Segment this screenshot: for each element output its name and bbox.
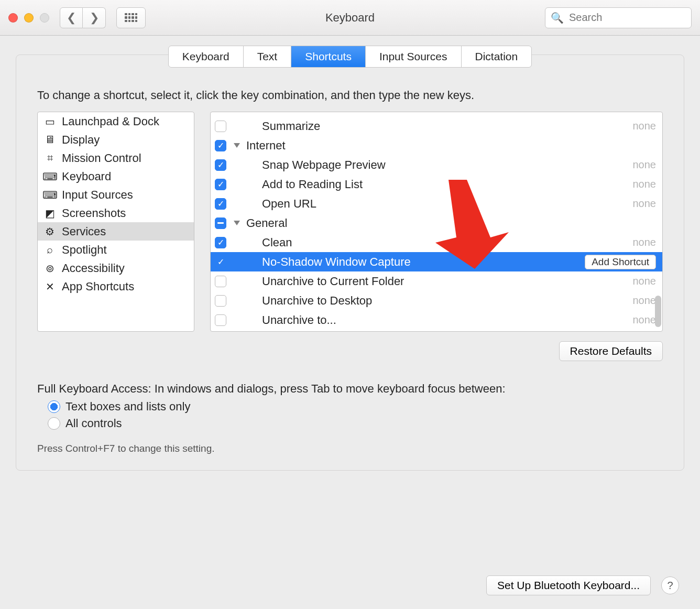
shortcut-value[interactable]: none (633, 120, 657, 132)
shortcut-checkbox[interactable] (215, 121, 226, 132)
back-button[interactable]: ❮ (60, 7, 83, 28)
accessibility-icon: ⊚ (43, 263, 57, 274)
category-item-display[interactable]: 🖥Display (38, 130, 194, 149)
shortcut-label: No-Shadow Window Capture (262, 255, 411, 269)
shortcut-checkbox[interactable] (215, 140, 226, 151)
zoom-window-button[interactable] (40, 13, 49, 23)
shortcut-value[interactable]: none (633, 295, 657, 307)
services-icon: ⚙ (43, 226, 57, 237)
category-item-keyboard[interactable]: ⌨Keyboard (38, 167, 194, 186)
shortcut-value[interactable]: none (633, 236, 657, 248)
shortcut-list[interactable]: SummarizenoneInternetSnap Webpage Previe… (210, 112, 663, 332)
category-item-input-sources[interactable]: ⌨Input Sources (38, 186, 194, 204)
shortcut-label: Unarchive to Desktop (262, 294, 372, 308)
close-window-button[interactable] (8, 13, 18, 23)
category-item-app-shortcuts[interactable]: ✕App Shortcuts (38, 277, 194, 296)
category-label: Spotlight (62, 243, 107, 257)
shortcut-label: Unarchive to... (262, 313, 336, 327)
nav-buttons: ❮ ❯ (60, 7, 106, 28)
instructions-text: To change a shortcut, select it, click t… (37, 89, 663, 102)
disclosure-triangle-icon[interactable] (234, 143, 240, 148)
forward-button[interactable]: ❯ (83, 7, 106, 28)
shortcut-checkbox[interactable] (215, 198, 226, 210)
chevron-left-icon: ❮ (67, 11, 76, 25)
tab-dictation[interactable]: Dictation (462, 46, 532, 67)
shortcut-value[interactable]: none (633, 198, 657, 210)
shortcut-row[interactable]: Add to Reading Listnone (211, 175, 662, 194)
category-item-spotlight[interactable]: ⌕Spotlight (38, 241, 194, 259)
shortcut-value[interactable]: none (633, 275, 657, 287)
titlebar: ❮ ❯ Keyboard 🔍 (0, 0, 700, 36)
search-input[interactable] (568, 11, 700, 24)
shortcut-row[interactable]: Summarizenone (211, 116, 662, 136)
category-label: Services (62, 225, 106, 238)
category-item-services[interactable]: ⚙Services (38, 222, 194, 241)
shortcut-checkbox[interactable] (215, 314, 226, 326)
shortcut-label: Internet (246, 139, 286, 153)
shortcut-row[interactable]: Open URLnone (211, 194, 662, 213)
shortcut-row[interactable]: Unarchive to...none (211, 310, 662, 330)
shortcut-checkbox[interactable] (215, 179, 226, 190)
category-item-mission-control[interactable]: ⌗Mission Control (38, 149, 194, 167)
tab-input-sources[interactable]: Input Sources (366, 46, 462, 67)
category-label: Accessibility (62, 262, 125, 275)
shortcut-row[interactable]: General (211, 213, 662, 233)
fka-option[interactable]: All controls (48, 417, 663, 430)
shortcut-checkbox[interactable] (215, 295, 226, 307)
scrollbar-thumb[interactable] (655, 296, 661, 327)
category-list[interactable]: ▭Launchpad & Dock🖥Display⌗Mission Contro… (37, 112, 194, 332)
shortcut-checkbox[interactable] (215, 159, 226, 171)
shortcut-row[interactable]: Internet (211, 136, 662, 155)
shortcut-label: Summarize (262, 119, 320, 133)
tab-keyboard[interactable]: Keyboard (169, 46, 244, 67)
shortcut-checkbox[interactable] (215, 237, 226, 248)
shortcut-value[interactable]: none (633, 178, 657, 190)
tab-shortcuts[interactable]: Shortcuts (291, 46, 366, 67)
radio-button[interactable] (48, 400, 60, 413)
category-label: App Shortcuts (62, 280, 134, 293)
shortcut-label: Unarchive to Current Folder (262, 275, 404, 288)
preferences-panel: KeyboardTextShortcutsInput SourcesDictat… (16, 55, 684, 471)
tab-text[interactable]: Text (244, 46, 292, 67)
launchpad-icon: ▭ (43, 116, 57, 127)
tab-label: Shortcuts (305, 50, 352, 62)
mission-icon: ⌗ (43, 153, 57, 164)
search-field[interactable]: 🔍 (545, 7, 692, 28)
radio-button[interactable] (48, 417, 60, 430)
shortcut-row-partial (211, 112, 662, 116)
add-shortcut-button[interactable]: Add Shortcut (585, 255, 656, 269)
shortcut-label: Open URL (262, 197, 316, 211)
help-button[interactable]: ? (661, 577, 679, 594)
shortcut-row[interactable]: Unarchive to Desktopnone (211, 291, 662, 310)
category-label: Launchpad & Dock (62, 115, 159, 128)
category-item-accessibility[interactable]: ⊚Accessibility (38, 259, 194, 277)
category-item-launchpad-dock[interactable]: ▭Launchpad & Dock (38, 112, 194, 130)
shortcut-checkbox[interactable] (215, 218, 226, 229)
shortcut-row[interactable]: Unarchive to Current Foldernone (211, 271, 662, 291)
fka-option[interactable]: Text boxes and lists only (48, 400, 663, 414)
shortcut-row[interactable]: Cleannone (211, 233, 662, 252)
shortcut-value[interactable]: none (633, 314, 657, 326)
search-icon: 🔍 (551, 12, 564, 24)
inputsrc-icon: ⌨ (43, 189, 57, 201)
tab-label: Input Sources (379, 50, 447, 62)
category-label: Keyboard (62, 170, 111, 183)
show-all-button[interactable] (116, 7, 146, 28)
spotlight-icon: ⌕ (43, 244, 57, 256)
shortcut-row[interactable]: No-Shadow Window CaptureAdd Shortcut (211, 252, 662, 271)
shortcut-checkbox[interactable] (215, 276, 226, 287)
restore-defaults-button[interactable]: Restore Defaults (559, 341, 663, 361)
radio-label: All controls (65, 417, 122, 430)
category-label: Mission Control (62, 151, 141, 165)
full-keyboard-access-hint: Press Control+F7 to change this setting. (37, 443, 663, 454)
appshortcuts-icon: ✕ (43, 281, 57, 292)
disclosure-triangle-icon[interactable] (234, 221, 240, 225)
category-item-screenshots[interactable]: ◩Screenshots (38, 204, 194, 222)
minimize-window-button[interactable] (24, 13, 34, 23)
bluetooth-keyboard-button[interactable]: Set Up Bluetooth Keyboard... (486, 575, 651, 595)
tab-label: Dictation (475, 50, 518, 62)
shortcut-checkbox[interactable] (215, 256, 226, 268)
shortcut-row[interactable]: Snap Webpage Previewnone (211, 155, 662, 175)
shortcut-value[interactable]: none (633, 159, 657, 171)
bottom-bar: Set Up Bluetooth Keyboard... ? (486, 575, 679, 595)
